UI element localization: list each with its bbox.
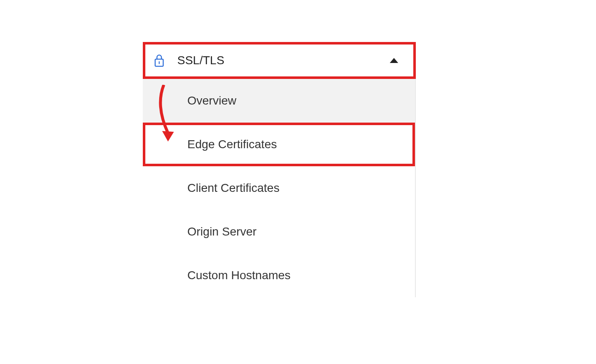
submenu-item-edge-certificates[interactable]: Edge Certificates (143, 123, 415, 166)
lock-icon (154, 54, 165, 67)
chevron-up-icon (390, 58, 398, 63)
ssl-tls-submenu: Overview Edge Certificates Client Certif… (143, 79, 416, 297)
submenu-item-label: Client Certificates (187, 181, 279, 195)
submenu-item-label: Custom Hostnames (187, 269, 291, 282)
ssl-tls-menu: SSL/TLS Overview Edge Certificates Clien… (143, 42, 416, 297)
submenu-item-label: Edge Certificates (187, 138, 277, 151)
submenu-item-label: Overview (187, 94, 236, 107)
submenu-item-client-certificates[interactable]: Client Certificates (143, 166, 415, 210)
submenu-item-origin-server[interactable]: Origin Server (143, 210, 415, 254)
submenu-item-overview[interactable]: Overview (143, 79, 415, 123)
svg-rect-1 (159, 61, 160, 64)
submenu-item-custom-hostnames[interactable]: Custom Hostnames (143, 254, 415, 297)
ssl-tls-header[interactable]: SSL/TLS (143, 42, 416, 79)
ssl-tls-header-label: SSL/TLS (177, 54, 390, 67)
submenu-item-label: Origin Server (187, 225, 257, 238)
